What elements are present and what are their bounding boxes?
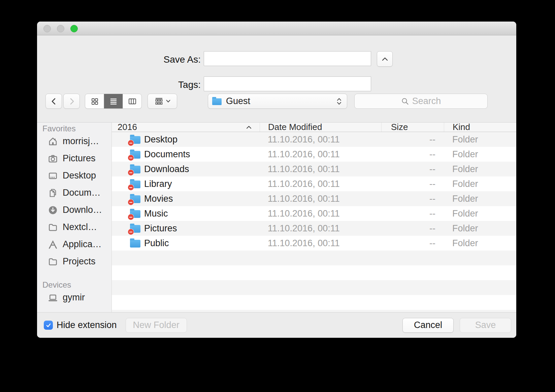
folder-icon [130, 181, 140, 188]
table-row-movies[interactable]: Movies 11.10.2016, 00:11 -- Folder [112, 191, 516, 206]
footer-bar: Hide extension New Folder Cancel Save [37, 312, 516, 338]
folder-icon [46, 222, 59, 232]
chevron-down-icon [166, 100, 170, 103]
chevron-right-icon [68, 97, 76, 105]
documents-icon [46, 188, 59, 198]
hide-extension-label: Hide extension [57, 320, 117, 330]
folder-icon [130, 166, 140, 173]
table-row-pictures[interactable]: Pictures 11.10.2016, 00:11 -- Folder [112, 221, 516, 236]
sidebar-item-pictures[interactable]: Pictures [37, 150, 111, 167]
save-as-input[interactable] [204, 51, 371, 66]
sidebar: Favorites morrisj… Pictures [37, 123, 112, 312]
cancel-button[interactable]: Cancel [402, 318, 454, 333]
sidebar-item-applications[interactable]: Applica… [37, 236, 111, 253]
sidebar-item-label: Desktop [63, 170, 96, 181]
sidebar-item-desktop[interactable]: Desktop [37, 167, 111, 184]
download-icon [46, 205, 59, 215]
table-row-music[interactable]: Music 11.10.2016, 00:11 -- Folder [112, 206, 516, 221]
tags-label: Tags: [178, 79, 201, 90]
arrange-by-button[interactable] [148, 94, 177, 109]
save-dialog-window: Save As: Tags: [37, 22, 516, 338]
checkmark-icon [45, 322, 52, 328]
search-icon [401, 97, 409, 105]
no-access-badge [128, 140, 134, 146]
hide-extension-checkbox[interactable] [44, 321, 53, 330]
no-access-badge [128, 185, 134, 190]
table-row-desktop[interactable]: Desktop 11.10.2016, 00:11 -- Folder [112, 132, 516, 147]
location-popup-value: Guest [226, 96, 335, 106]
sidebar-item-gymir[interactable]: gymir [37, 289, 111, 306]
title-bar[interactable] [37, 22, 516, 35]
sidebar-item-label: Applica… [63, 239, 102, 250]
chevron-up-icon [382, 57, 388, 61]
sidebar-item-label: Pictures [63, 153, 96, 164]
sidebar-item-nextcloud[interactable]: Nextcl… [37, 219, 111, 236]
column-view-icon [128, 97, 137, 105]
sort-ascending-icon [246, 126, 252, 129]
file-list: 2016 Date Modified Size Kind Desktop 11.… [112, 123, 516, 312]
sidebar-item-home[interactable]: morrisj… [37, 133, 111, 150]
sidebar-item-label: Nextcl… [63, 222, 97, 232]
folder-icon [130, 195, 140, 203]
collapse-panel-button[interactable] [377, 51, 393, 67]
no-access-badge [128, 199, 134, 205]
back-button[interactable] [45, 94, 62, 109]
folder-icon [130, 225, 140, 233]
search-input[interactable]: Search [354, 94, 488, 109]
sidebar-item-label: Projects [63, 256, 96, 267]
up-down-chevrons-icon [335, 97, 343, 105]
chevron-left-icon [50, 97, 58, 105]
folder-icon [130, 210, 140, 218]
table-row-downloads[interactable]: Downloads 11.10.2016, 00:11 -- Folder [112, 162, 516, 176]
sidebar-section-devices: Devices [37, 280, 111, 289]
list-view-icon [109, 97, 118, 105]
location-popup[interactable]: Guest [208, 94, 347, 109]
tags-input[interactable] [204, 76, 371, 91]
close-window-button[interactable] [43, 25, 51, 32]
list-header: 2016 Date Modified Size Kind [112, 123, 516, 132]
sidebar-section-favorites: Favorites [37, 123, 111, 133]
sidebar-item-projects[interactable]: Projects [37, 253, 111, 270]
no-access-badge [128, 214, 134, 220]
sidebar-item-downloads[interactable]: Downlo… [37, 201, 111, 219]
folder-icon [130, 240, 140, 248]
folder-icon [130, 136, 140, 144]
folder-icon [130, 151, 140, 159]
column-header-size[interactable]: Size [381, 123, 444, 132]
forward-button[interactable] [63, 94, 80, 109]
no-access-badge [128, 229, 134, 235]
save-button[interactable]: Save [460, 318, 511, 333]
home-icon [46, 136, 59, 146]
save-as-label: Save As: [163, 54, 201, 65]
applications-icon [46, 239, 59, 250]
table-row-documents[interactable]: Documents 11.10.2016, 00:11 -- Folder [112, 147, 516, 162]
grid-view-icon [91, 97, 99, 105]
arrange-group-icon [155, 97, 163, 105]
table-row-public[interactable]: Public 11.10.2016, 00:11 -- Folder [112, 236, 516, 251]
empty-list-stripes [112, 251, 516, 312]
sidebar-item-label: gymir [63, 292, 85, 303]
table-row-library[interactable]: Library 11.10.2016, 00:11 -- Folder [112, 176, 516, 191]
view-mode-segmented-control [85, 94, 142, 109]
column-header-name[interactable]: 2016 [112, 123, 260, 132]
zoom-window-button[interactable] [70, 25, 78, 32]
camera-icon [46, 154, 59, 164]
icon-view-button[interactable] [85, 94, 104, 108]
desktop-icon [46, 171, 59, 181]
content-area: Favorites morrisj… Pictures [37, 122, 516, 312]
sidebar-item-label: Docum… [63, 188, 101, 198]
minimize-window-button[interactable] [57, 25, 64, 32]
sidebar-item-documents[interactable]: Docum… [37, 184, 111, 201]
new-folder-button[interactable]: New Folder [126, 318, 187, 333]
folder-icon [212, 98, 222, 105]
list-rows: Desktop 11.10.2016, 00:11 -- Folder Docu… [112, 132, 516, 251]
column-header-kind[interactable]: Kind [444, 123, 516, 132]
search-placeholder: Search [412, 96, 441, 106]
list-view-button[interactable] [104, 94, 123, 108]
sidebar-item-label: morrisj… [63, 136, 99, 146]
no-access-badge [128, 170, 134, 175]
no-access-badge [128, 155, 134, 161]
sidebar-item-label: Downlo… [63, 205, 102, 215]
column-header-date-modified[interactable]: Date Modified [260, 123, 381, 132]
column-view-button[interactable] [123, 94, 141, 108]
